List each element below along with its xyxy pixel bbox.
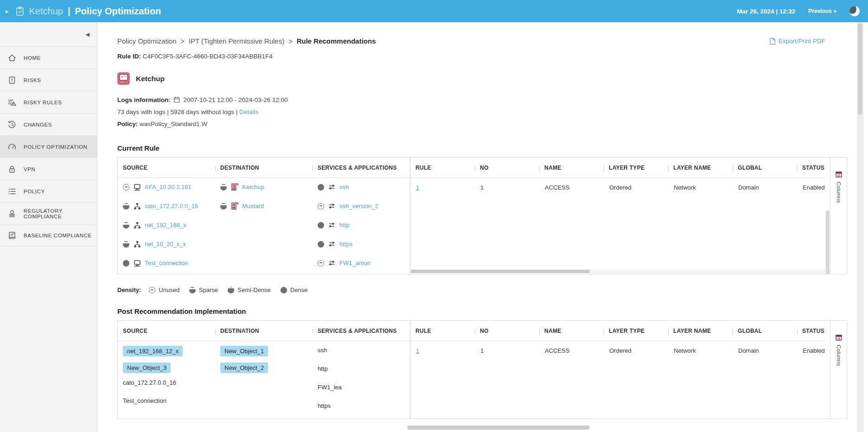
- sidebar-item-label: POLICY OPTIMIZATION: [24, 144, 88, 150]
- table-vertical-scrollbar: [825, 321, 830, 419]
- column-header-destination[interactable]: DESTINATION: [215, 328, 313, 334]
- top-bar: ▸ Ketchup | Policy Optimization Mar 26, …: [0, 0, 868, 22]
- sidebar-item-home[interactable]: HOME: [0, 46, 97, 69]
- breadcrumb-separator: >: [288, 38, 292, 45]
- column-header-name[interactable]: NAME: [539, 328, 604, 334]
- rule-object: AFA_10.20.2.161: [123, 183, 212, 191]
- sidebar-nav: ◀ HOME RISKS RISKY RULES CHANGES POLICY …: [0, 22, 97, 432]
- previous-button[interactable]: Previous »: [808, 8, 836, 14]
- topbar-page-title: Policy Optimization: [75, 6, 161, 17]
- density-icon: [220, 203, 227, 210]
- column-header-layer-name[interactable]: LAYER NAME: [668, 165, 733, 171]
- expand-chevron-icon[interactable]: ▸: [6, 8, 9, 15]
- column-header-layer-type[interactable]: LAYER TYPE: [604, 328, 668, 334]
- horizontal-scrollbar-thumb[interactable]: [411, 270, 590, 273]
- column-header-rule[interactable]: RULE: [410, 165, 475, 171]
- legend-semi-dense: Semi-Dense: [228, 286, 271, 293]
- column-header-layer-name[interactable]: LAYER NAME: [668, 328, 733, 334]
- density-legend-label: Density:: [117, 286, 141, 293]
- column-header-source[interactable]: SOURCE: [118, 165, 215, 171]
- object-link[interactable]: http: [339, 222, 350, 229]
- object-link[interactable]: ssh_version_2: [339, 203, 378, 210]
- object-type-icon: [230, 183, 238, 191]
- object-link[interactable]: Mustard: [242, 203, 264, 210]
- status-value: Enabled: [797, 341, 825, 419]
- sidebar-item-regulatory-compliance[interactable]: REGULATORY COMPLIANCE: [0, 202, 97, 224]
- column-header-global[interactable]: GLOBAL: [733, 328, 797, 334]
- object-link[interactable]: net_10_20_x_x: [145, 241, 186, 248]
- column-header-destination[interactable]: DESTINATION: [215, 165, 313, 171]
- sidebar-item-label: REGULATORY COMPLIANCE: [24, 208, 97, 219]
- page-horizontal-scrollbar-thumb[interactable]: [407, 426, 590, 430]
- device-row: Ketchup: [117, 72, 847, 85]
- post-recommendation-table: SOURCE DESTINATION SERVICES & APPLICATIO…: [117, 320, 847, 419]
- policy-label: Policy:: [117, 121, 138, 127]
- column-header-services[interactable]: SERVICES & APPLICATIONS: [313, 165, 410, 171]
- sidebar-collapse-arrow[interactable]: ◀: [0, 22, 97, 46]
- column-header-rule[interactable]: RULE: [410, 328, 475, 334]
- column-header-source[interactable]: SOURCE: [118, 328, 215, 334]
- breadcrumb-ipt[interactable]: IPT (Tighten Permissive Rules): [189, 37, 285, 45]
- columns-table-icon: [836, 172, 842, 178]
- post-recommendation-title: Post Recommendation Implementation: [117, 307, 847, 315]
- sidebar-item-risky-rules[interactable]: RISKY RULES: [0, 91, 97, 113]
- device-name: Ketchup: [136, 75, 165, 83]
- rule-number-link[interactable]: 1: [416, 184, 419, 191]
- global-value: Domain: [733, 178, 797, 274]
- object-link[interactable]: net_192_168_x: [145, 222, 186, 229]
- object-link[interactable]: cato_172.27.0.0_16: [145, 203, 198, 210]
- column-header-services[interactable]: SERVICES & APPLICATIONS: [313, 328, 410, 334]
- object-link[interactable]: FW1_amon: [339, 260, 370, 267]
- rule-object: https: [318, 240, 407, 248]
- sidebar-item-risks[interactable]: RISKS: [0, 69, 97, 91]
- device-computer-icon: [117, 72, 130, 85]
- vertical-scrollbar-thumb[interactable]: [826, 210, 830, 274]
- column-header-no[interactable]: NO: [475, 165, 539, 171]
- destination-cell: Ketchup Mustard: [215, 178, 313, 274]
- post-object: net_192_168_12_x: [123, 346, 212, 356]
- columns-table-icon: [836, 335, 842, 341]
- column-header-layer-type[interactable]: LAYER TYPE: [604, 165, 668, 171]
- object-link[interactable]: ssh: [339, 184, 349, 191]
- object-link[interactable]: Test_connection: [145, 260, 188, 267]
- logs-details-link[interactable]: Details: [239, 108, 258, 115]
- logs-label: Logs information:: [117, 96, 171, 103]
- column-header-global[interactable]: GLOBAL: [733, 165, 797, 171]
- columns-settings-button[interactable]: Columns: [830, 321, 847, 419]
- object-link[interactable]: https: [339, 241, 352, 248]
- post-object: New_Object_2: [220, 362, 310, 373]
- page-vertical-scrollbar: [857, 22, 863, 432]
- post-service: https: [318, 401, 407, 409]
- object-type-icon: [133, 240, 141, 248]
- column-header-no[interactable]: NO: [475, 328, 539, 334]
- object-link[interactable]: AFA_10.20.2.161: [145, 184, 191, 191]
- current-rule-title: Current Rule: [117, 144, 847, 152]
- page-vertical-scrollbar-thumb[interactable]: [858, 23, 862, 115]
- legend-sparse: Sparse: [189, 286, 218, 293]
- object-link[interactable]: Ketchup: [242, 184, 264, 191]
- breadcrumb-policy-optimization[interactable]: Policy Optimization: [117, 37, 177, 45]
- sidebar-item-policy-optimization[interactable]: POLICY OPTIMIZATION: [0, 135, 97, 158]
- global-value: Domain: [733, 341, 797, 419]
- policy-optimization-gauge-icon: [7, 142, 17, 152]
- object-type-icon: [133, 221, 141, 229]
- column-header-name[interactable]: NAME: [539, 165, 604, 171]
- sidebar-item-policy[interactable]: POLICY: [0, 180, 97, 202]
- sidebar-item-vpn[interactable]: VPN: [0, 158, 97, 180]
- density-icon: [123, 222, 129, 229]
- changes-history-icon: [7, 120, 17, 129]
- sidebar-item-changes[interactable]: CHANGES: [0, 113, 97, 135]
- column-header-status[interactable]: STATUS: [797, 328, 825, 334]
- column-header-status[interactable]: STATUS: [797, 165, 825, 171]
- columns-settings-button[interactable]: Columns: [830, 158, 847, 274]
- sidebar-item-label: VPN: [24, 166, 35, 172]
- pdf-file-icon: [769, 38, 776, 45]
- no-value: 1: [475, 178, 539, 274]
- user-avatar-icon[interactable]: [849, 6, 860, 16]
- export-print-pdf-button[interactable]: Export/Print PDF: [769, 38, 825, 45]
- baseline-compliance-book-icon: [7, 231, 17, 240]
- rule-number-link[interactable]: 1: [416, 347, 419, 354]
- density-icon: [123, 260, 129, 267]
- sidebar-item-baseline-compliance[interactable]: BASELINE COMPLIANCE: [0, 224, 97, 247]
- semi-dense-density-icon: [228, 287, 234, 293]
